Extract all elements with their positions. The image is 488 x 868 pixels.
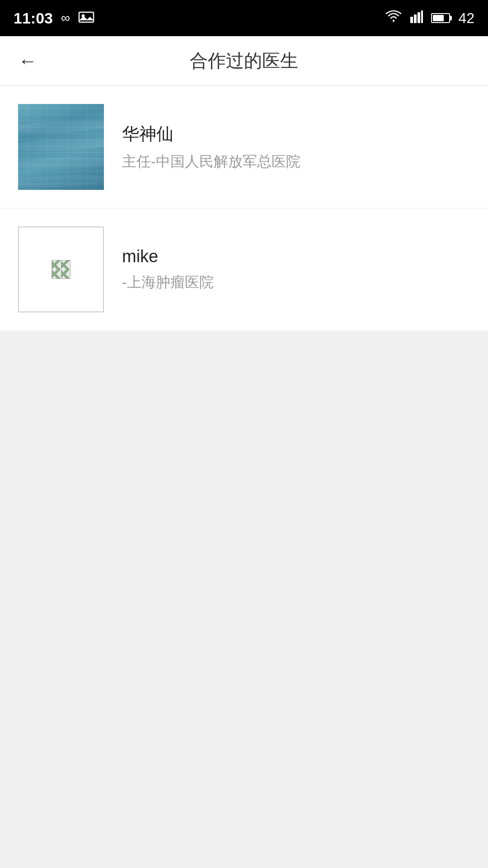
wifi-icon [385, 9, 402, 27]
avatar [18, 104, 104, 190]
svg-rect-5 [421, 10, 423, 23]
doctor-name: mike [122, 247, 470, 266]
status-left: 11:03 ∞ [14, 9, 94, 27]
phone-signal-icon [410, 10, 423, 27]
status-time: 11:03 [14, 9, 53, 27]
doctor-info: 华神仙 主任-中国人民解放军总医院 [122, 123, 470, 172]
list-item[interactable]: mike -上海肿瘤医院 [0, 208, 488, 330]
status-right: 42 [385, 9, 474, 27]
list-item[interactable]: 华神仙 主任-中国人民解放军总医院 [0, 86, 488, 208]
doctor-name: 华神仙 [122, 123, 470, 146]
doctor-avatar-broken [18, 226, 104, 312]
doctor-title: -上海肿瘤医院 [122, 273, 470, 292]
battery-icon [431, 13, 450, 23]
doctor-title: 主任-中国人民解放军总医院 [122, 152, 470, 172]
svg-rect-0 [79, 12, 94, 22]
doctor-avatar-image [18, 104, 104, 190]
empty-area [0, 330, 488, 859]
svg-rect-3 [414, 14, 417, 23]
back-button[interactable]: ← [14, 46, 42, 76]
status-bar: 11:03 ∞ [0, 0, 488, 36]
doctor-list: 华神仙 主任-中国人民解放军总医院 mike -上海肿瘤医院 [0, 86, 488, 330]
svg-rect-4 [418, 12, 420, 23]
battery-level: 42 [458, 10, 474, 27]
avatar [18, 226, 104, 312]
page-title: 合作过的医生 [190, 48, 298, 73]
page-header: ← 合作过的医生 [0, 36, 488, 86]
doctor-info: mike -上海肿瘤医院 [122, 247, 470, 292]
loop-icon: ∞ [61, 11, 70, 25]
image-icon [78, 10, 94, 26]
svg-rect-2 [410, 17, 413, 23]
